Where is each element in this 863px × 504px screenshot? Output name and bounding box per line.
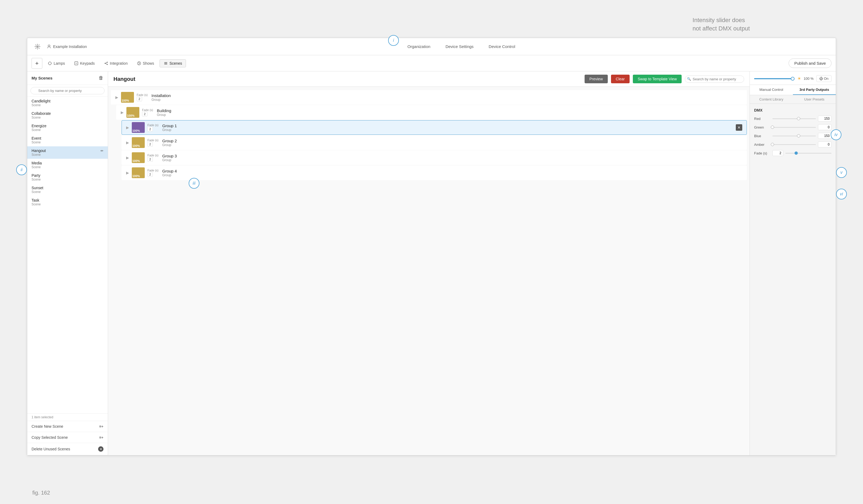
expand-arrow[interactable]: ▶ (126, 171, 129, 175)
expand-arrow[interactable]: ▶ (121, 110, 124, 115)
dmx-slider-amber[interactable] (773, 144, 816, 145)
dmx-slider-red[interactable] (773, 118, 816, 119)
group-delete-button[interactable]: ✕ (736, 124, 742, 131)
group-color-block: 100% (121, 92, 134, 103)
settings-icon-btn[interactable] (33, 42, 42, 51)
group-color-block: 100% (132, 167, 145, 178)
fade-info: Fade (s) 2 (147, 139, 159, 147)
dmx-value-blue[interactable] (818, 133, 831, 139)
group-color-block: 100% (126, 107, 139, 118)
scene-item-task[interactable]: Task Scene (27, 196, 108, 208)
dmx-section: DMX Red Green Blue Amber Fade (s) (750, 104, 836, 455)
group-info: Group 3 Group (162, 154, 177, 162)
intensity-slider[interactable] (754, 78, 795, 79)
installation-name: Example Installation (53, 45, 87, 49)
right-panel: ☀ 100 % ⏻ On Manual Control 3rd Party Ou… (750, 72, 836, 455)
delete-scenes-icon[interactable]: 🗑 (99, 75, 103, 81)
annotation-v: v (836, 167, 847, 178)
add-button[interactable] (32, 58, 42, 69)
intensity-on-button[interactable]: ⏻ On (816, 75, 831, 82)
scene-item-sunset[interactable]: Sunset Scene (27, 184, 108, 196)
fade-slider[interactable] (785, 153, 831, 154)
sidebar-search-input[interactable] (30, 87, 104, 94)
fig-caption: fig. 162 (32, 490, 50, 496)
keypads-label: Keypads (80, 61, 95, 65)
group-color-block: 100% (132, 137, 145, 148)
group-row-group-1[interactable]: ▶ 100% Fade (s) 2 Group 1 Group ✕ (122, 120, 747, 135)
power-icon: ⏻ (820, 77, 823, 80)
dmx-slider-blue[interactable] (773, 136, 816, 136)
scene-item-energize[interactable]: Energize Scene (27, 122, 108, 134)
dmx-channel-label: Red (754, 117, 770, 121)
group-type: Group (162, 128, 177, 132)
group-name: Group 4 (162, 169, 177, 173)
expand-arrow[interactable]: ▶ (126, 125, 129, 130)
dmx-channel-label: Blue (754, 134, 770, 138)
dmx-value-red[interactable] (818, 116, 831, 122)
sun-icon: ☀ (797, 76, 801, 81)
dmx-row-red: Red (754, 116, 831, 122)
fade-info: Fade (s) 2 (147, 124, 159, 131)
tab-3rd-party-outputs[interactable]: 3rd Party Outputs (793, 85, 836, 95)
scene-item-collaborate[interactable]: Collaborate Scene (27, 109, 108, 122)
nav-tab-device-control[interactable]: Device Control (487, 43, 517, 50)
create-scene-button[interactable]: Create New Scene ≡+ (27, 421, 108, 432)
scene-editor: Hangout Preview Clear Swap to Template V… (108, 72, 750, 455)
group-info: Building Group (157, 108, 171, 117)
fade-info: Fade (s) 2 (147, 154, 159, 162)
tab-user-presets[interactable]: User Presets (793, 95, 836, 103)
preview-button[interactable]: Preview (585, 75, 608, 83)
scene-item-hangout[interactable]: Hangout ✏ Scene (27, 146, 108, 159)
toolbar: Lamps Keypads Integration Shows Scenes P… (27, 55, 836, 72)
dmx-value-green[interactable] (818, 124, 831, 130)
dmx-slider-green[interactable] (773, 127, 816, 128)
selected-count: 1 item selected (27, 414, 108, 421)
group-row-group-4[interactable]: ▶ 100% Fade (s) 2 Group 4 Group (122, 165, 747, 180)
create-scene-icon: ≡+ (99, 424, 103, 429)
tab-scenes[interactable]: Scenes (160, 59, 186, 67)
tab-manual-control[interactable]: Manual Control (750, 85, 793, 95)
dmx-value-amber[interactable] (818, 141, 831, 148)
integration-label: Integration (110, 61, 128, 65)
scene-item-event[interactable]: Event Scene (27, 134, 108, 146)
group-type: Group (162, 143, 177, 147)
tab-integration[interactable]: Integration (100, 60, 132, 67)
tab-keypads[interactable]: Keypads (70, 60, 98, 67)
group-name: Group 1 (162, 124, 177, 128)
nav-tab-device-settings[interactable]: Device Settings (443, 43, 476, 50)
scene-item-party[interactable]: Party Scene (27, 171, 108, 184)
copy-scene-button[interactable]: Copy Selected Scene ≡+ (27, 432, 108, 443)
scene-item-candlelight[interactable]: Candlelight Scene (27, 97, 108, 109)
group-pct: 100% (132, 159, 140, 163)
group-pct: 100% (132, 174, 140, 178)
tab-content-library[interactable]: Content Library (750, 95, 793, 103)
dmx-channel-label: Amber (754, 142, 770, 147)
expand-arrow[interactable]: ▶ (126, 155, 129, 160)
edit-icon[interactable]: ✏ (101, 149, 103, 153)
delete-unused-button[interactable]: Delete Unused Scenes ✕ (27, 443, 108, 455)
expand-arrow[interactable]: ▶ (126, 140, 129, 145)
tab-lamps[interactable]: Lamps (44, 60, 69, 67)
dmx-row-green: Green (754, 124, 831, 130)
annotation-text: Intensity slider does not affect DMX out… (693, 16, 750, 33)
scene-search-wrap: 🔍 (685, 75, 744, 83)
expand-arrow[interactable]: ▶ (115, 95, 118, 99)
nav-tab-organization[interactable]: Organization (405, 43, 433, 50)
group-pct: 100% (127, 114, 135, 117)
template-view-button[interactable]: Swap to Template View (633, 75, 681, 83)
lamps-label: Lamps (54, 61, 65, 65)
group-type: Group (151, 98, 171, 102)
group-row-installation[interactable]: ▶ 100% Fade (s) 2 Installation Group (111, 90, 747, 104)
group-row-building[interactable]: ▶ 100% Fade (s) 2 Building Group (116, 105, 747, 120)
svg-point-0 (37, 46, 38, 48)
group-row-group-3[interactable]: ▶ 100% Fade (s) 2 Group 3 Group (122, 150, 747, 165)
clear-button[interactable]: Clear (611, 75, 629, 83)
scenes-sidebar-title: My Scenes (32, 76, 52, 80)
group-row-group-2[interactable]: ▶ 100% Fade (s) 2 Group 2 Group (122, 135, 747, 150)
app-window: Example Installation Organization Device… (27, 38, 836, 455)
publish-save-button[interactable]: Publish and Save (789, 59, 831, 68)
scene-search-input[interactable] (685, 75, 744, 83)
fade-value-input[interactable] (773, 150, 783, 156)
scene-item-media[interactable]: Media Scene (27, 159, 108, 171)
tab-shows[interactable]: Shows (133, 60, 158, 67)
